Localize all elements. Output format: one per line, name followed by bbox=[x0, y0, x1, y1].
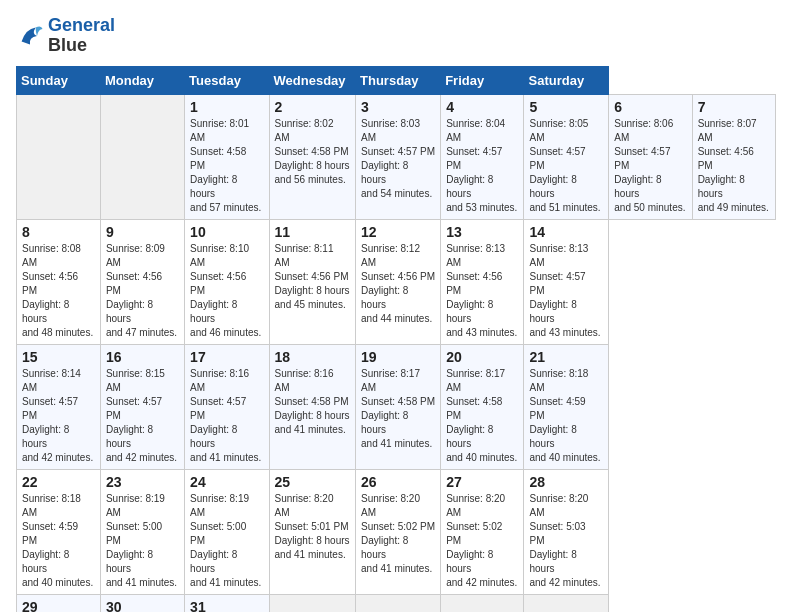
day-number: 28 bbox=[529, 474, 603, 490]
weekday-header-friday: Friday bbox=[441, 66, 524, 94]
day-number: 2 bbox=[275, 99, 351, 115]
calendar-cell bbox=[269, 594, 356, 612]
calendar-week-row: 8 Sunrise: 8:08 AMSunset: 4:56 PMDayligh… bbox=[17, 219, 776, 344]
weekday-header-saturday: Saturday bbox=[524, 66, 609, 94]
calendar-cell: 17 Sunrise: 8:16 AMSunset: 4:57 PMDaylig… bbox=[185, 344, 269, 469]
calendar-cell: 13 Sunrise: 8:13 AMSunset: 4:56 PMDaylig… bbox=[441, 219, 524, 344]
day-info: Sunrise: 8:12 AMSunset: 4:56 PMDaylight:… bbox=[361, 242, 435, 326]
day-info: Sunrise: 8:13 AMSunset: 4:56 PMDaylight:… bbox=[446, 242, 518, 340]
calendar-cell: 10 Sunrise: 8:10 AMSunset: 4:56 PMDaylig… bbox=[185, 219, 269, 344]
calendar-cell bbox=[524, 594, 609, 612]
day-number: 13 bbox=[446, 224, 518, 240]
weekday-header-wednesday: Wednesday bbox=[269, 66, 356, 94]
day-number: 11 bbox=[275, 224, 351, 240]
calendar-cell: 26 Sunrise: 8:20 AMSunset: 5:02 PMDaylig… bbox=[356, 469, 441, 594]
day-number: 4 bbox=[446, 99, 518, 115]
day-number: 19 bbox=[361, 349, 435, 365]
calendar-cell: 11 Sunrise: 8:11 AMSunset: 4:56 PMDaylig… bbox=[269, 219, 356, 344]
day-info: Sunrise: 8:20 AMSunset: 5:02 PMDaylight:… bbox=[361, 492, 435, 576]
day-number: 12 bbox=[361, 224, 435, 240]
day-info: Sunrise: 8:13 AMSunset: 4:57 PMDaylight:… bbox=[529, 242, 603, 340]
calendar-cell: 7 Sunrise: 8:07 AMSunset: 4:56 PMDayligh… bbox=[692, 94, 775, 219]
day-info: Sunrise: 8:16 AMSunset: 4:58 PMDaylight:… bbox=[275, 367, 351, 437]
day-info: Sunrise: 8:20 AMSunset: 5:01 PMDaylight:… bbox=[275, 492, 351, 562]
calendar-cell: 31 Sunrise: 8:21 AMSunset: 5:06 PMDaylig… bbox=[185, 594, 269, 612]
calendar-cell: 16 Sunrise: 8:15 AMSunset: 4:57 PMDaylig… bbox=[100, 344, 184, 469]
day-number: 20 bbox=[446, 349, 518, 365]
calendar-cell: 22 Sunrise: 8:18 AMSunset: 4:59 PMDaylig… bbox=[17, 469, 101, 594]
day-number: 14 bbox=[529, 224, 603, 240]
calendar-cell: 24 Sunrise: 8:19 AMSunset: 5:00 PMDaylig… bbox=[185, 469, 269, 594]
logo: GeneralBlue bbox=[16, 16, 115, 56]
day-info: Sunrise: 8:17 AMSunset: 4:58 PMDaylight:… bbox=[446, 367, 518, 465]
calendar-cell: 2 Sunrise: 8:02 AMSunset: 4:58 PMDayligh… bbox=[269, 94, 356, 219]
day-info: Sunrise: 8:18 AMSunset: 4:59 PMDaylight:… bbox=[529, 367, 603, 465]
calendar-cell bbox=[17, 94, 101, 219]
calendar-cell bbox=[356, 594, 441, 612]
day-info: Sunrise: 8:19 AMSunset: 5:00 PMDaylight:… bbox=[190, 492, 263, 590]
calendar-cell: 12 Sunrise: 8:12 AMSunset: 4:56 PMDaylig… bbox=[356, 219, 441, 344]
day-info: Sunrise: 8:18 AMSunset: 4:59 PMDaylight:… bbox=[22, 492, 95, 590]
day-number: 10 bbox=[190, 224, 263, 240]
calendar-cell: 8 Sunrise: 8:08 AMSunset: 4:56 PMDayligh… bbox=[17, 219, 101, 344]
day-number: 24 bbox=[190, 474, 263, 490]
weekday-header-sunday: Sunday bbox=[17, 66, 101, 94]
day-number: 16 bbox=[106, 349, 179, 365]
day-info: Sunrise: 8:01 AMSunset: 4:58 PMDaylight:… bbox=[190, 117, 263, 215]
calendar-cell: 29 Sunrise: 8:21 AMSunset: 5:04 PMDaylig… bbox=[17, 594, 101, 612]
calendar-cell: 6 Sunrise: 8:06 AMSunset: 4:57 PMDayligh… bbox=[609, 94, 692, 219]
day-info: Sunrise: 8:09 AMSunset: 4:56 PMDaylight:… bbox=[106, 242, 179, 340]
calendar-cell: 19 Sunrise: 8:17 AMSunset: 4:58 PMDaylig… bbox=[356, 344, 441, 469]
day-number: 23 bbox=[106, 474, 179, 490]
day-info: Sunrise: 8:20 AMSunset: 5:02 PMDaylight:… bbox=[446, 492, 518, 590]
day-number: 25 bbox=[275, 474, 351, 490]
calendar-cell: 15 Sunrise: 8:14 AMSunset: 4:57 PMDaylig… bbox=[17, 344, 101, 469]
day-number: 29 bbox=[22, 599, 95, 612]
day-number: 17 bbox=[190, 349, 263, 365]
day-number: 1 bbox=[190, 99, 263, 115]
day-number: 5 bbox=[529, 99, 603, 115]
calendar-cell bbox=[441, 594, 524, 612]
day-info: Sunrise: 8:05 AMSunset: 4:57 PMDaylight:… bbox=[529, 117, 603, 215]
calendar-cell: 27 Sunrise: 8:20 AMSunset: 5:02 PMDaylig… bbox=[441, 469, 524, 594]
day-number: 6 bbox=[614, 99, 686, 115]
calendar-cell: 5 Sunrise: 8:05 AMSunset: 4:57 PMDayligh… bbox=[524, 94, 609, 219]
day-info: Sunrise: 8:14 AMSunset: 4:57 PMDaylight:… bbox=[22, 367, 95, 465]
calendar-cell: 9 Sunrise: 8:09 AMSunset: 4:56 PMDayligh… bbox=[100, 219, 184, 344]
day-number: 26 bbox=[361, 474, 435, 490]
day-info: Sunrise: 8:15 AMSunset: 4:57 PMDaylight:… bbox=[106, 367, 179, 465]
calendar-week-row: 22 Sunrise: 8:18 AMSunset: 4:59 PMDaylig… bbox=[17, 469, 776, 594]
day-number: 27 bbox=[446, 474, 518, 490]
calendar-week-row: 15 Sunrise: 8:14 AMSunset: 4:57 PMDaylig… bbox=[17, 344, 776, 469]
day-info: Sunrise: 8:06 AMSunset: 4:57 PMDaylight:… bbox=[614, 117, 686, 215]
calendar-cell: 21 Sunrise: 8:18 AMSunset: 4:59 PMDaylig… bbox=[524, 344, 609, 469]
day-info: Sunrise: 8:20 AMSunset: 5:03 PMDaylight:… bbox=[529, 492, 603, 590]
day-number: 8 bbox=[22, 224, 95, 240]
calendar-cell bbox=[100, 94, 184, 219]
logo-bird-icon bbox=[16, 22, 44, 50]
day-number: 15 bbox=[22, 349, 95, 365]
day-info: Sunrise: 8:19 AMSunset: 5:00 PMDaylight:… bbox=[106, 492, 179, 590]
day-info: Sunrise: 8:10 AMSunset: 4:56 PMDaylight:… bbox=[190, 242, 263, 340]
day-number: 18 bbox=[275, 349, 351, 365]
day-info: Sunrise: 8:16 AMSunset: 4:57 PMDaylight:… bbox=[190, 367, 263, 465]
day-number: 21 bbox=[529, 349, 603, 365]
day-number: 22 bbox=[22, 474, 95, 490]
weekday-header-tuesday: Tuesday bbox=[185, 66, 269, 94]
day-number: 3 bbox=[361, 99, 435, 115]
day-info: Sunrise: 8:11 AMSunset: 4:56 PMDaylight:… bbox=[275, 242, 351, 312]
calendar-cell: 4 Sunrise: 8:04 AMSunset: 4:57 PMDayligh… bbox=[441, 94, 524, 219]
day-info: Sunrise: 8:07 AMSunset: 4:56 PMDaylight:… bbox=[698, 117, 770, 215]
day-info: Sunrise: 8:03 AMSunset: 4:57 PMDaylight:… bbox=[361, 117, 435, 201]
calendar-table: SundayMondayTuesdayWednesdayThursdayFrid… bbox=[16, 66, 776, 612]
calendar-cell: 20 Sunrise: 8:17 AMSunset: 4:58 PMDaylig… bbox=[441, 344, 524, 469]
calendar-cell: 23 Sunrise: 8:19 AMSunset: 5:00 PMDaylig… bbox=[100, 469, 184, 594]
calendar-cell: 3 Sunrise: 8:03 AMSunset: 4:57 PMDayligh… bbox=[356, 94, 441, 219]
day-info: Sunrise: 8:02 AMSunset: 4:58 PMDaylight:… bbox=[275, 117, 351, 187]
day-number: 31 bbox=[190, 599, 263, 612]
calendar-cell: 18 Sunrise: 8:16 AMSunset: 4:58 PMDaylig… bbox=[269, 344, 356, 469]
calendar-cell: 1 Sunrise: 8:01 AMSunset: 4:58 PMDayligh… bbox=[185, 94, 269, 219]
calendar-week-row: 29 Sunrise: 8:21 AMSunset: 5:04 PMDaylig… bbox=[17, 594, 776, 612]
page-header: GeneralBlue bbox=[16, 16, 776, 56]
calendar-cell: 28 Sunrise: 8:20 AMSunset: 5:03 PMDaylig… bbox=[524, 469, 609, 594]
